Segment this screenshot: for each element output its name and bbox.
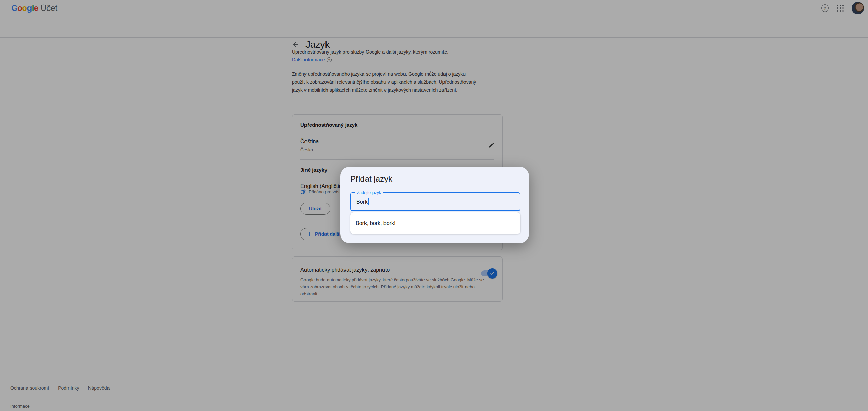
input-value: Bork	[356, 199, 368, 205]
add-language-dialog: Přidat jazyk Zadejte jazyk Bork Bork, bo…	[340, 167, 529, 243]
dialog-title: Přidat jazyk	[350, 174, 392, 184]
google-account-language-page: Google Účet ? Jazyk Upřednostňovaný jazy…	[0, 0, 868, 411]
suggestion-dropdown: Bork, bork, bork!	[350, 212, 520, 234]
suggestion-item[interactable]: Bork, bork, bork!	[350, 212, 520, 234]
text-caret	[368, 198, 369, 205]
language-search-input[interactable]: Zadejte jazyk Bork	[350, 192, 520, 211]
